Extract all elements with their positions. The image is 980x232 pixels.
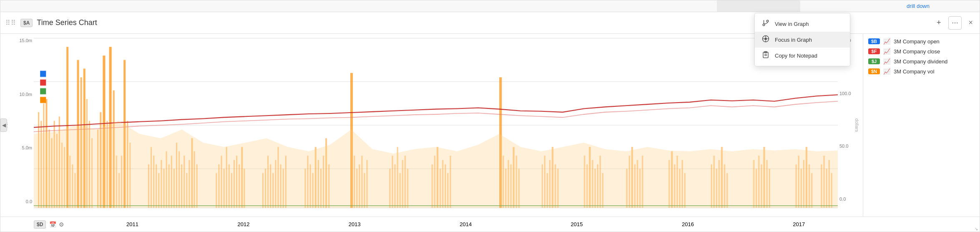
legend-item-close[interactable]: $F 📈 3M Company close [868,48,975,55]
legend-label-open: 3M Company open [894,38,940,45]
left-scroll-arrow[interactable]: ◀ [0,119,7,132]
svg-rect-188 [40,80,46,86]
legend-item-open[interactable]: $B 📈 3M Company open [868,38,975,45]
chart-container: drill down View in Graph [0,0,980,232]
x-label-2011: 2011 [126,221,138,227]
y-left-val-1: 15.0m [19,38,32,43]
legend-label-close: 3M Company close [894,48,940,55]
target-icon [761,35,770,44]
chart-and-yright: 150.0 100.0 50.0 0.0 dollars [34,34,863,217]
close-button[interactable]: × [967,17,975,29]
legend-badge-close: $F [868,48,880,54]
legend-panel: $B 📈 3M Company open $F 📈 3M Company clo… [863,34,980,217]
svg-rect-189 [40,88,46,94]
menu-label-copy-for-notepad: Copy for Notepad [775,53,817,59]
resize-handle[interactable]: ↘ [975,227,980,232]
svg-rect-187 [40,71,46,77]
legend-item-dividend[interactable]: $J 📈 3M Company dividend [868,58,975,65]
x-axis-labels: 2011 2012 2013 2014 2015 2016 2017 [64,221,863,227]
calendar-icon[interactable]: 📅 [49,221,56,228]
menu-item-focus-in-graph[interactable]: Focus in Graph [755,32,850,48]
svg-marker-186 [34,121,838,208]
x-label-2012: 2012 [237,221,249,227]
line-chart-icon-dividend: 📈 [883,58,890,65]
drag-handle[interactable]: ⠿⠿ [5,19,16,27]
line-chart-icon-open: 📈 [883,38,890,45]
svg-point-1 [765,38,767,40]
legend-label-dividend: 3M Company dividend [894,58,947,65]
chart-svg [34,34,838,217]
settings-icon[interactable]: ⚙ [59,221,64,228]
y-left-val-3: 5.0m [22,145,32,150]
series-badge-a[interactable]: $A [20,19,33,27]
blurred-region [717,0,800,12]
top-bar: drill down [0,0,980,12]
line-chart-icon-vol: 📈 [883,68,890,75]
legend-badge-vol: $N [868,68,880,74]
drill-down-link[interactable]: drill down [907,3,930,9]
branch-icon [761,19,770,28]
x-label-2016: 2016 [682,221,694,227]
y-axis-right-label: dollars [854,119,859,132]
menu-label-view-in-graph: View in Graph [775,21,809,27]
x-label-2017: 2017 [793,221,805,227]
menu-label-focus-in-graph: Focus in Graph [775,37,812,43]
x-label-2013: 2013 [349,221,361,227]
svg-rect-190 [40,97,46,103]
y-left-val-2: 10.0m [19,92,32,97]
more-button[interactable]: ⋯ [948,16,962,30]
x-axis-bar: $D 📅 ⚙ 2011 2012 2013 2014 2015 2016 201… [0,217,980,232]
context-menu: View in Graph Focus in Graph [754,13,850,66]
clipboard-icon [761,51,770,60]
x-axis-badge[interactable]: $D [34,220,46,229]
legend-label-vol: 3M Company vol [894,68,935,75]
legend-item-vol[interactable]: $N 📈 3M Company vol [868,68,975,75]
y-left-val-4: 0.0 [26,199,32,204]
header-actions: + ⋯ × [934,16,975,30]
y-right-val-3: 50.0 [839,144,861,149]
legend-badge-dividend: $J [868,58,880,64]
legend-badge-open: $B [868,38,880,44]
x-label-2014: 2014 [460,221,472,227]
chart-area[interactable] [34,34,838,217]
y-right-val-4: 0.0 [839,197,861,202]
add-button[interactable]: + [934,17,944,29]
line-chart-icon-close: 📈 [883,48,890,55]
menu-item-view-in-graph[interactable]: View in Graph [755,16,850,32]
x-label-2015: 2015 [571,221,583,227]
menu-item-copy-for-notepad[interactable]: Copy for Notepad [755,48,850,63]
y-right-val-2: 100.0 [839,91,861,96]
